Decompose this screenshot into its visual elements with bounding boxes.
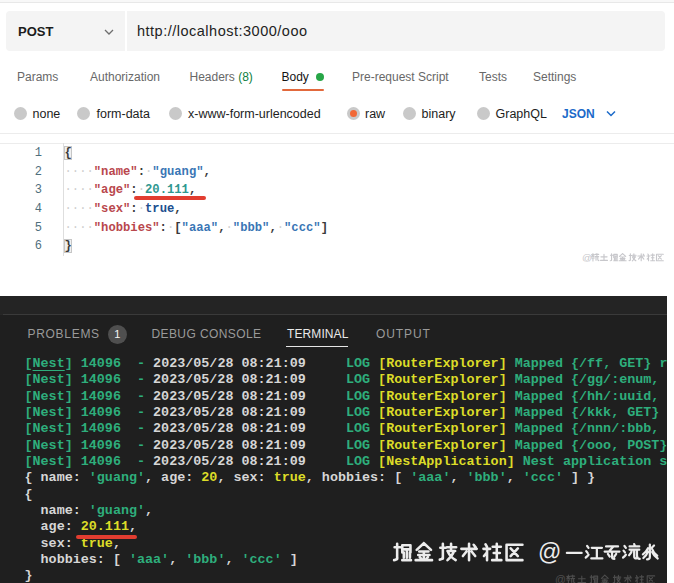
svg-text:@: @ — [582, 252, 592, 263]
svg-text:@: @ — [538, 541, 561, 565]
svg-text:@: @ — [555, 574, 566, 583]
